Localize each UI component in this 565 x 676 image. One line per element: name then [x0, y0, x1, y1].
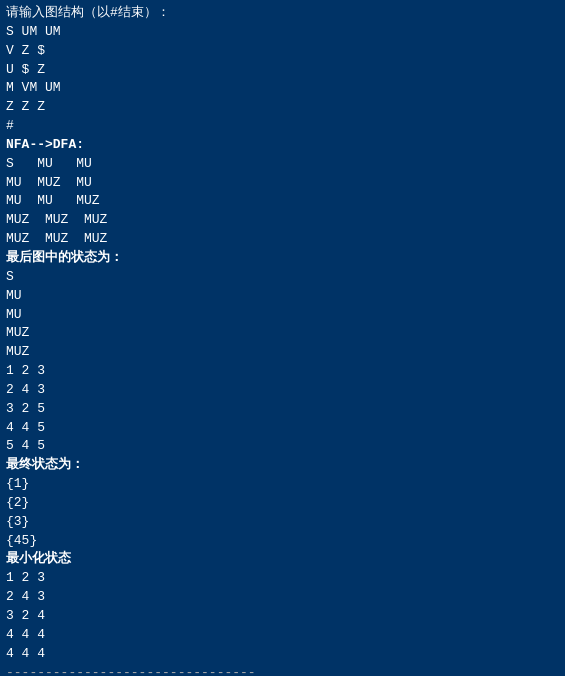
terminal-line-27: {3}: [6, 513, 559, 532]
terminal-line-1: S UM UM: [6, 23, 559, 42]
terminal-line-15: MU: [6, 287, 559, 306]
terminal-line-3: U $ Z: [6, 61, 559, 80]
terminal-line-18: MUZ: [6, 343, 559, 362]
terminal-line-8: S MU MU: [6, 155, 559, 174]
terminal-line-19: 1 2 3: [6, 362, 559, 381]
terminal-line-33: 4 4 4: [6, 626, 559, 645]
terminal-line-2: V Z $: [6, 42, 559, 61]
terminal-line-9: MU MUZ MU: [6, 174, 559, 193]
terminal-line-32: 3 2 4: [6, 607, 559, 626]
terminal-line-20: 2 4 3: [6, 381, 559, 400]
terminal-line-13: 最后图中的状态为：: [6, 249, 559, 268]
terminal-line-26: {2}: [6, 494, 559, 513]
terminal-line-17: MUZ: [6, 324, 559, 343]
terminal-line-14: S: [6, 268, 559, 287]
terminal-line-28: {45}: [6, 532, 559, 551]
terminal-line-21: 3 2 5: [6, 400, 559, 419]
terminal-line-31: 2 4 3: [6, 588, 559, 607]
terminal-line-4: M VM UM: [6, 79, 559, 98]
terminal-line-25: {1}: [6, 475, 559, 494]
terminal-line-10: MU MU MUZ: [6, 192, 559, 211]
terminal-line-22: 4 4 5: [6, 419, 559, 438]
terminal-line-24: 最终状态为：: [6, 456, 559, 475]
terminal-line-34: 4 4 4: [6, 645, 559, 664]
terminal-line-7: NFA-->DFA:: [6, 136, 559, 155]
terminal-line-36: --------------------------------: [6, 664, 559, 676]
terminal-window: 请输入图结构（以#结束）：S UM UMV Z $U $ ZM VM UMZ Z…: [0, 0, 565, 676]
terminal-line-6: #: [6, 117, 559, 136]
terminal-line-16: MU: [6, 306, 559, 325]
terminal-line-0: 请输入图结构（以#结束）：: [6, 4, 559, 23]
terminal-line-5: Z Z Z: [6, 98, 559, 117]
terminal-line-29: 最小化状态: [6, 550, 559, 569]
terminal-line-23: 5 4 5: [6, 437, 559, 456]
terminal-line-12: MUZ MUZ MUZ: [6, 230, 559, 249]
terminal-line-30: 1 2 3: [6, 569, 559, 588]
terminal-line-11: MUZ MUZ MUZ: [6, 211, 559, 230]
